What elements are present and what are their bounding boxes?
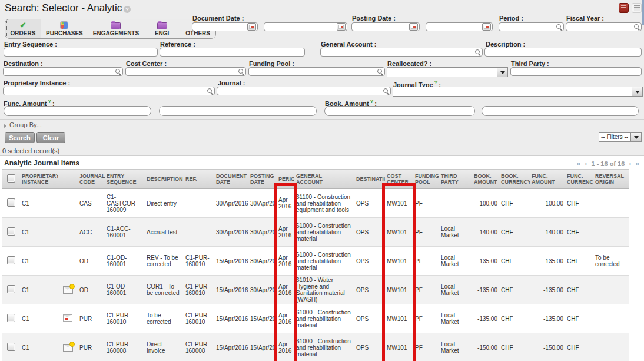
- help-icon[interactable]: ?: [124, 6, 131, 13]
- period-highlight-box: [274, 183, 297, 361]
- document-date-to-input[interactable]: [264, 22, 347, 31]
- cell-reversal_origin: [593, 218, 629, 247]
- grid-view-icon: [634, 5, 640, 11]
- row-checkbox[interactable]: [7, 227, 15, 236]
- envelope-star-icon: [63, 286, 73, 294]
- book-amount-to-input[interactable]: [482, 106, 639, 116]
- general-account-input[interactable]: [320, 48, 483, 57]
- table-row: C1PURC1-PUR-160010To be correctedC1-PUR-…: [2, 304, 629, 333]
- col-header-func_currency: FUNC. CURRENCY: [565, 170, 593, 189]
- table-row: C1ODC1-OD-160001REV - To be correctedC1-…: [2, 247, 629, 276]
- calendar-icon[interactable]: [482, 23, 491, 31]
- app-root: Search: Selector - Analytic ? ORDERSPURC…: [0, 0, 644, 361]
- cell-book_amount: -100.00: [472, 189, 499, 218]
- envelope-star-icon: [63, 344, 73, 352]
- cell-journal_code: PUR: [78, 304, 105, 333]
- tab-label: ORDERS: [11, 30, 36, 37]
- calendar-icon[interactable]: [247, 23, 256, 31]
- cell-posting_date: 15/Apr/2016: [248, 333, 277, 361]
- search-icon[interactable]: [238, 69, 244, 75]
- entry-sequence-input[interactable]: [4, 48, 158, 57]
- search-icon[interactable]: [383, 88, 389, 94]
- cell-book_currency: CHF: [499, 218, 530, 247]
- search-icon[interactable]: [115, 69, 121, 75]
- search-icon[interactable]: [634, 24, 640, 30]
- pagination-prev-icon[interactable]: ‹: [585, 160, 587, 168]
- clear-button[interactable]: Clear: [36, 132, 65, 143]
- row-checkbox[interactable]: [7, 314, 15, 322]
- journal-input[interactable]: [217, 87, 391, 95]
- func-amount-from-input[interactable]: [4, 106, 151, 116]
- period-input[interactable]: [499, 22, 564, 31]
- help-icon[interactable]: ?: [48, 98, 52, 104]
- group-by-toggle[interactable]: Group By...: [9, 121, 42, 128]
- cell-func_currency: CHF: [565, 304, 593, 333]
- results-area: Analytic Journal Items « ‹ 1 - 16 of 16 …: [0, 155, 644, 361]
- posting-date-to-input[interactable]: [426, 22, 493, 31]
- document-date-from-input[interactable]: [192, 22, 258, 31]
- cell-prop_instance: C1: [20, 333, 58, 361]
- tab-orders[interactable]: ORDERS: [5, 19, 41, 38]
- calendar-icon[interactable]: [337, 23, 346, 31]
- journal-type-select[interactable]: [393, 87, 643, 97]
- cell-entry_sequence: C1-PUR-160010: [105, 304, 145, 333]
- list-view-icon: [621, 5, 626, 11]
- search-icon[interactable]: [556, 24, 562, 30]
- third-party-input[interactable]: [510, 67, 642, 76]
- chevron-down-icon[interactable]: [630, 133, 641, 141]
- cell-reversal_origin: To be corrected: [593, 247, 629, 276]
- cell-entry_sequence: C1-ACC-160001: [105, 218, 145, 247]
- envelope-red-icon: [63, 314, 72, 322]
- list-view-button[interactable]: [619, 3, 629, 13]
- book-amount-from-input[interactable]: [324, 106, 475, 116]
- cell-funding_pool: PF: [413, 276, 439, 304]
- help-icon[interactable]: ?: [370, 98, 374, 104]
- row-checkbox[interactable]: [7, 198, 15, 207]
- pagination-next-icon[interactable]: ›: [629, 160, 631, 168]
- funding-pool-input[interactable]: [248, 67, 385, 76]
- general-account-label: General Account :: [321, 41, 376, 48]
- row-checkbox[interactable]: [7, 256, 15, 264]
- pagination-first-icon[interactable]: «: [577, 160, 581, 168]
- cell-description: Direct entry: [145, 189, 184, 218]
- func-amount-to-input[interactable]: [159, 106, 317, 116]
- row-checkbox[interactable]: [7, 343, 15, 351]
- cell-ref: [184, 189, 214, 218]
- chevron-down-icon[interactable]: [497, 68, 507, 77]
- cost-center-input[interactable]: [125, 67, 246, 76]
- description-input[interactable]: [484, 48, 642, 57]
- fiscal-year-input[interactable]: [566, 22, 642, 31]
- col-header-func_amount: FUNC. AMOUNT: [530, 170, 565, 189]
- cell-ref: C1-PUR-160010: [184, 304, 214, 333]
- pagination: « ‹ 1 - 16 of 16 › »: [577, 160, 639, 168]
- proprietary-instance-input[interactable]: [3, 87, 215, 95]
- search-button[interactable]: Search: [5, 132, 35, 143]
- chevron-down-icon[interactable]: [632, 87, 642, 96]
- destination-input[interactable]: [3, 67, 123, 76]
- table-row: C1ACCC1-ACC-160001Accrual test30/Apr/201…: [2, 218, 629, 247]
- cell-general_account: 61010 - Water Hygiene and Sanitation mat…: [294, 276, 354, 304]
- help-icon[interactable]: ?: [434, 80, 438, 85]
- cell-entry_sequence: C1-OD-160001: [105, 276, 145, 304]
- search-icon[interactable]: [377, 69, 383, 75]
- reference-input[interactable]: [160, 48, 305, 57]
- expand-arrow-icon[interactable]: [4, 124, 6, 128]
- cell-ref: C1-PUR-160010: [184, 247, 214, 276]
- reallocated-select[interactable]: [387, 67, 508, 77]
- tab-purchases[interactable]: PURCHASES: [41, 19, 88, 38]
- row-checkbox[interactable]: [7, 285, 15, 293]
- select-all-checkbox[interactable]: [7, 174, 15, 183]
- tab-label: ENGAGEMENTS: [93, 30, 139, 37]
- posting-date-from-input[interactable]: [351, 22, 420, 31]
- cell-journal_code: PUR: [78, 333, 105, 361]
- tab-engagements[interactable]: ENGAGEMENTS: [88, 19, 144, 38]
- destination-label: Destination :: [4, 60, 43, 67]
- search-icon[interactable]: [207, 88, 213, 94]
- tab-engi[interactable]: ENGI: [144, 19, 180, 38]
- filters-dropdown[interactable]: -- Filters --: [599, 132, 642, 142]
- pagination-last-icon[interactable]: »: [635, 160, 639, 168]
- range-dash: -: [477, 108, 479, 115]
- calendar-icon[interactable]: [409, 23, 418, 31]
- grid-view-button[interactable]: [632, 3, 642, 13]
- search-icon[interactable]: [475, 49, 481, 55]
